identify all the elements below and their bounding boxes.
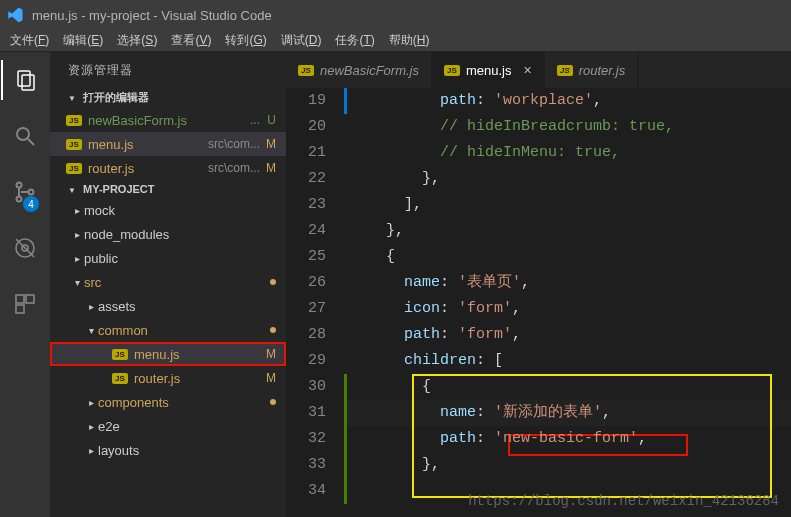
code-line[interactable]: name: '新添加的表单',: [344, 400, 791, 426]
code-line[interactable]: {: [344, 374, 791, 400]
editor-tab[interactable]: JSmenu.js×: [432, 52, 545, 88]
code-line[interactable]: // hideInBreadcrumb: true,: [344, 114, 791, 140]
debug-icon[interactable]: [1, 228, 49, 268]
close-icon[interactable]: ×: [524, 62, 532, 78]
line-number: 23: [286, 192, 326, 218]
open-editors-label: 打开的编辑器: [83, 90, 149, 105]
code-line[interactable]: children: [: [344, 348, 791, 374]
open-editor-item[interactable]: JSrouter.jssrc\com...M: [50, 156, 286, 180]
source-control-icon[interactable]: 4: [1, 172, 49, 212]
modified-indicator: [344, 426, 347, 452]
chevron-down-icon: [68, 184, 78, 195]
js-file-icon: JS: [66, 115, 82, 126]
titlebar: menu.js - my-project - Visual Studio Cod…: [0, 0, 791, 30]
folder-name: common: [98, 323, 270, 338]
code-line[interactable]: },: [344, 166, 791, 192]
code-line[interactable]: {: [344, 244, 791, 270]
chevron-right-icon: ▸: [84, 421, 98, 432]
menu-item[interactable]: 转到(G): [219, 30, 272, 51]
line-number: 21: [286, 140, 326, 166]
modified-indicator: [344, 88, 347, 114]
menu-item[interactable]: 查看(V): [165, 30, 217, 51]
tree-file[interactable]: JSmenu.jsM: [50, 342, 286, 366]
file-dir: ...: [250, 113, 260, 127]
code-line[interactable]: },: [344, 218, 791, 244]
project-header[interactable]: MY-PROJECT: [50, 180, 286, 198]
menu-item[interactable]: 调试(D): [275, 30, 328, 51]
search-icon[interactable]: [1, 116, 49, 156]
menu-item[interactable]: 选择(S): [111, 30, 163, 51]
code-line[interactable]: // hideInMenu: true,: [344, 140, 791, 166]
chevron-right-icon: ▸: [70, 205, 84, 216]
editor-tab[interactable]: JSnewBasicForm.js: [286, 52, 432, 88]
modified-indicator: [344, 374, 347, 400]
file-dir: src\com...: [208, 137, 260, 151]
svg-rect-11: [26, 295, 34, 303]
code-line[interactable]: [344, 478, 791, 504]
svg-line-3: [28, 139, 34, 145]
tree-folder[interactable]: ▾src: [50, 270, 286, 294]
folder-name: components: [98, 395, 270, 410]
code-lines[interactable]: path: 'workplace', // hideInBreadcrumb: …: [344, 88, 791, 517]
open-editor-item[interactable]: JSnewBasicForm.js...U: [50, 108, 286, 132]
folder-name: src: [84, 275, 270, 290]
tab-label: router.js: [579, 63, 625, 78]
editor-area: JSnewBasicForm.jsJSmenu.js×JSrouter.js 1…: [286, 52, 791, 517]
tree-folder[interactable]: ▸layouts: [50, 438, 286, 462]
menu-item[interactable]: 编辑(E): [57, 30, 109, 51]
tree-folder[interactable]: ▸components: [50, 390, 286, 414]
code-line[interactable]: path: 'workplace',: [344, 88, 791, 114]
folder-name: assets: [98, 299, 278, 314]
js-file-icon: JS: [112, 349, 128, 360]
file-name: router.js: [88, 161, 204, 176]
dirty-indicator: [270, 327, 276, 333]
code-line[interactable]: path: 'new-basic-form',: [344, 426, 791, 452]
code-line[interactable]: path: 'form',: [344, 322, 791, 348]
file-name: newBasicForm.js: [88, 113, 246, 128]
folder-name: layouts: [98, 443, 278, 458]
file-status: M: [260, 137, 278, 151]
code-editor[interactable]: 19202122232425262728293031323334 path: '…: [286, 88, 791, 517]
svg-rect-1: [22, 75, 34, 90]
explorer-icon[interactable]: [1, 60, 49, 100]
chevron-down-icon: ▾: [70, 277, 84, 288]
js-file-icon: JS: [557, 65, 573, 76]
file-name: menu.js: [134, 347, 260, 362]
chevron-right-icon: ▸: [70, 253, 84, 264]
vscode-icon: [6, 6, 24, 24]
tab-label: menu.js: [466, 63, 512, 78]
sidebar: 资源管理器 打开的编辑器 JSnewBasicForm.js...UJSmenu…: [50, 52, 286, 517]
js-file-icon: JS: [112, 373, 128, 384]
open-editors-list: JSnewBasicForm.js...UJSmenu.jssrc\com...…: [50, 108, 286, 180]
open-editor-item[interactable]: JSmenu.jssrc\com...M: [50, 132, 286, 156]
js-file-icon: JS: [444, 65, 460, 76]
code-line[interactable]: name: '表单页',: [344, 270, 791, 296]
tree-folder[interactable]: ▸assets: [50, 294, 286, 318]
code-line[interactable]: ],: [344, 192, 791, 218]
tree-folder[interactable]: ▾common: [50, 318, 286, 342]
open-editors-header[interactable]: 打开的编辑器: [50, 87, 286, 108]
code-line[interactable]: },: [344, 452, 791, 478]
menu-item[interactable]: 任务(T): [329, 30, 380, 51]
extensions-icon[interactable]: [1, 284, 49, 324]
menu-item[interactable]: 文件(F): [4, 30, 55, 51]
menu-item[interactable]: 帮助(H): [383, 30, 436, 51]
tree-folder[interactable]: ▸e2e: [50, 414, 286, 438]
tree-folder[interactable]: ▸public: [50, 246, 286, 270]
js-file-icon: JS: [66, 139, 82, 150]
line-number: 24: [286, 218, 326, 244]
tree-folder[interactable]: ▸node_modules: [50, 222, 286, 246]
file-name: router.js: [134, 371, 260, 386]
modified-indicator: [344, 452, 347, 478]
project-tree: ▸mock▸node_modules▸public▾src▸assets▾com…: [50, 198, 286, 462]
folder-name: e2e: [98, 419, 278, 434]
code-line[interactable]: icon: 'form',: [344, 296, 791, 322]
editor-tab[interactable]: JSrouter.js: [545, 52, 638, 88]
chevron-down-icon: [68, 92, 78, 103]
tree-folder[interactable]: ▸mock: [50, 198, 286, 222]
js-file-icon: JS: [298, 65, 314, 76]
line-number: 31: [286, 400, 326, 426]
tree-file[interactable]: JSrouter.jsM: [50, 366, 286, 390]
file-status: M: [260, 371, 278, 385]
gutter: 19202122232425262728293031323334: [286, 88, 344, 517]
